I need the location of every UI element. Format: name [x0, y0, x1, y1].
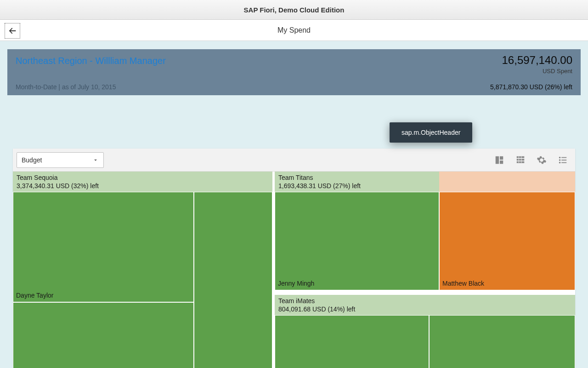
treemap-panel: Budget Team Sequoia 3,374,340.31 USD (32… — [13, 149, 575, 368]
svg-rect-6 — [561, 160, 566, 161]
team-summary: 1,693,438.31 USD (27%) left — [278, 182, 435, 190]
svg-rect-0 — [496, 156, 499, 164]
treemap: Team Sequoia 3,374,340.31 USD (32%) left… — [13, 172, 575, 368]
chevron-down-icon — [92, 157, 99, 163]
inspector-tooltip: sap.m.ObjectHeader — [390, 122, 472, 143]
page-title: My Spend — [277, 26, 311, 34]
svg-point-5 — [559, 159, 561, 161]
team-name: Team iMates — [278, 297, 571, 305]
gear-icon[interactable] — [537, 155, 547, 165]
tile-label: Matthew Black — [442, 280, 484, 287]
svg-rect-4 — [561, 157, 566, 158]
svg-rect-1 — [500, 156, 503, 159]
measure-select[interactable]: Budget — [17, 152, 104, 168]
tile-diane-hinds[interactable]: Diane Hinds — [429, 315, 575, 368]
svg-rect-2 — [500, 160, 503, 163]
team-name: Team Sequoia — [17, 174, 269, 182]
measure-select-label: Budget — [22, 156, 42, 164]
treemap-view-icon[interactable] — [494, 155, 504, 165]
treemap-toolbar: Budget — [13, 149, 575, 172]
team-header-titans[interactable]: Team Titans 1,693,438.31 USD (27%) left — [275, 172, 439, 192]
page-header: My Spend — [0, 20, 588, 41]
object-header-title[interactable]: Northeast Region - Willliam Manager — [16, 56, 572, 66]
table-view-icon[interactable] — [515, 155, 526, 165]
shell-title: SAP Fiori, Demo Cloud Edition — [244, 6, 345, 14]
tile-sergey-krim[interactable]: Sergey Krim — [275, 315, 429, 368]
object-header-amount: 16,597,140.00 — [502, 54, 572, 67]
team-header-imates[interactable]: Team iMates 804,091.68 USD (14%) left — [275, 295, 575, 315]
list-view-icon[interactable] — [558, 155, 568, 165]
back-button[interactable] — [5, 23, 20, 39]
tile-jenny-mingh[interactable]: Jenny Mingh — [275, 192, 439, 290]
svg-rect-8 — [561, 162, 566, 163]
shell-header: SAP Fiori, Demo Cloud Edition — [0, 0, 588, 20]
object-header: Northeast Region - Willliam Manager Mont… — [7, 49, 581, 95]
team-summary: 804,091.68 USD (14%) left — [278, 305, 571, 314]
tile-label: Jenny Mingh — [278, 280, 314, 287]
team-header-titans-orange[interactable] — [439, 172, 575, 192]
object-header-remaining: 5,871,870.30 USD (26%) left — [490, 83, 572, 91]
team-summary: 3,374,340.31 USD (32%) left — [17, 182, 269, 190]
tile-li-chen[interactable]: Li Chen — [194, 192, 272, 368]
team-header-sequoia[interactable]: Team Sequoia 3,374,340.31 USD (32%) left — [13, 172, 272, 192]
tile-label: Dayne Taylor — [16, 292, 53, 299]
tile-dayne-taylor[interactable]: Dayne Taylor — [13, 192, 194, 302]
back-arrow-icon — [7, 26, 17, 36]
svg-point-7 — [559, 161, 561, 163]
team-name: Team Titans — [278, 174, 435, 182]
object-header-amount-unit: USD Spent — [502, 68, 572, 75]
tile-colin-swift[interactable]: Colin Swift — [13, 302, 194, 368]
object-header-subtitle: Month-to-Date | as of July 10, 2015 — [16, 83, 116, 91]
page-content: Northeast Region - Willliam Manager Mont… — [0, 41, 588, 368]
svg-point-3 — [559, 156, 561, 158]
tile-matthew-black[interactable]: Matthew Black — [439, 192, 575, 290]
